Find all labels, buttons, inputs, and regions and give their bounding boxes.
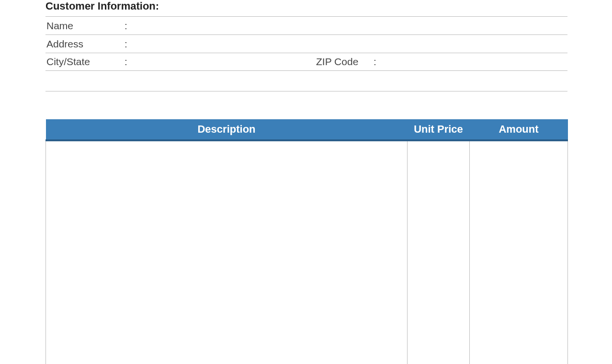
name-label: Name [45,20,125,32]
header-unit-price: Unit Price [408,119,470,140]
invoice-page: Customer Information: Name : Address : C… [45,0,567,364]
address-colon: : [125,38,134,50]
table-header-row: Description Unit Price Amount [46,119,568,140]
citystate-label: City/State [45,56,125,68]
header-amount: Amount [470,119,568,140]
zip-label: ZIP Code [316,56,374,68]
table-body-row [46,140,568,364]
cell-amount [470,140,568,364]
cell-unit-price [408,140,470,364]
section-divider [45,91,567,91]
name-colon: : [125,20,134,32]
citystate-colon: : [125,56,134,68]
cell-description [46,140,408,364]
customer-info-heading: Customer Information: [45,0,567,16]
zip-colon: : [374,56,383,68]
header-description: Description [46,119,408,140]
line-items-table: Description Unit Price Amount [45,119,568,364]
customer-address-row: Address : [45,34,567,53]
address-label: Address [45,38,125,50]
customer-citystate-row: City/State : ZIP Code : [45,53,567,71]
customer-name-row: Name : [45,16,567,34]
